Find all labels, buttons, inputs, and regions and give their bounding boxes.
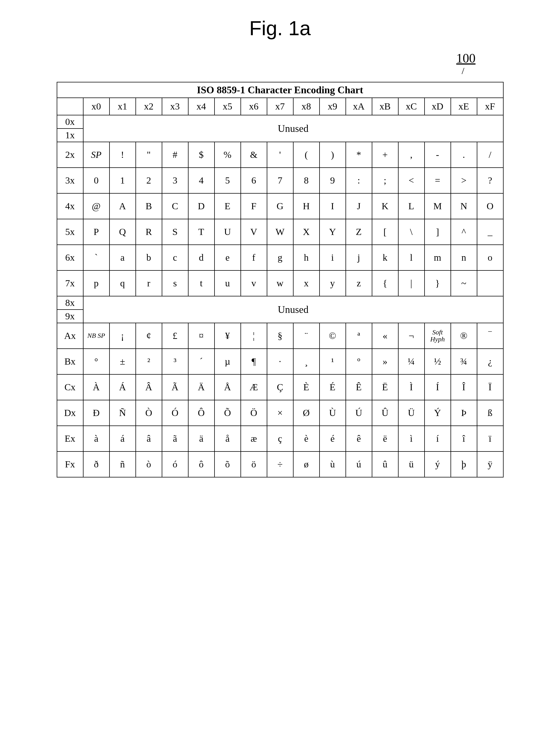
row-0x: 0x Unused [57,115,503,129]
cell: * [346,142,372,168]
cell: è [293,426,320,451]
cell: L [398,193,425,219]
row-header: 3x [57,168,83,193]
cell: 3 [162,168,188,193]
cell: ä [188,426,215,451]
cell: Ù [320,400,346,426]
row-Dx: Dx Ð Ñ Ò Ó Ô Õ Ö × Ø Ù Ú Û Ü Ý Þ ß [57,400,503,426]
cell: ( [293,142,320,168]
cell: ? [477,168,503,193]
col-header: x5 [215,98,241,115]
cell: - [425,142,451,168]
cell: 7 [267,168,293,193]
cell: } [425,270,451,296]
cell: SP [83,142,109,168]
row-Cx: Cx À Á Â Ã Ä Å Æ Ç È É Ê Ë Ì Í Î Ï [57,374,503,400]
col-header: x4 [188,98,215,115]
cell: F [241,193,267,219]
cell: ' [267,142,293,168]
cell: à [83,426,109,451]
cell: : [346,168,372,193]
cell: ¼ [398,349,425,374]
cell: c [162,245,188,270]
cell: ð [83,451,109,477]
column-header-row: x0 x1 x2 x3 x4 x5 x6 x7 x8 x9 xA xB xC x… [57,98,503,115]
cell: Ë [372,374,398,400]
cell: O [477,193,503,219]
row-Ex: Ex à á â ã ä å æ ç è é ê ë ì í î ï [57,426,503,451]
cell: ë [372,426,398,451]
cell: Û [372,400,398,426]
cell: w [267,270,293,296]
cell: ö [241,451,267,477]
cell: Á [109,374,136,400]
cell: Ô [188,400,215,426]
cell: 4 [188,168,215,193]
row-6x: 6x ` a b c d e f g h i j k l m n o [57,245,503,270]
cell: U [215,219,241,245]
row-2x: 2x SP ! " # $ % & ' ( ) * + , - . / [57,142,503,168]
cell: ` [83,245,109,270]
row-header: Cx [57,374,83,400]
cell: ó [162,451,188,477]
cell: É [320,374,346,400]
cell: » [372,349,398,374]
row-5x: 5x P Q R S T U V W X Y Z [ \ ] ^ _ [57,219,503,245]
cell: í [425,426,451,451]
cell: S [162,219,188,245]
cell: â [136,426,162,451]
cell: Õ [215,400,241,426]
cell: Ò [136,400,162,426]
cell: . [451,142,477,168]
cell: q [109,270,136,296]
cell: þ [451,451,477,477]
cell: ¤ [188,323,215,349]
reference-slash: / [29,66,464,76]
reference-marker: 100 / [29,51,548,76]
cell: > [451,168,477,193]
cell: Æ [241,374,267,400]
cell: º [346,349,372,374]
cell: 2 [136,168,162,193]
cell: ª [346,323,372,349]
col-header: xB [372,98,398,115]
cell: Z [346,219,372,245]
cell: M [425,193,451,219]
encoding-chart: ISO 8859-1 Character Encoding Chart x0 x… [57,82,504,477]
cell: g [267,245,293,270]
row-header: Ex [57,426,83,451]
cell: Ó [162,400,188,426]
cell: # [162,142,188,168]
cell: Ñ [109,400,136,426]
cell: + [372,142,398,168]
cell: j [346,245,372,270]
row-header: 6x [57,245,83,270]
cell: ø [293,451,320,477]
cell: NB SP [83,323,109,349]
cell: i [320,245,346,270]
cell: C [162,193,188,219]
cell: ñ [109,451,136,477]
row-header: Ax [57,323,83,349]
cell: N [451,193,477,219]
cell: Ú [346,400,372,426]
cell: ~ [451,270,477,296]
cell: ‾ [477,323,503,349]
cell: ¹ [320,349,346,374]
cell: æ [241,426,267,451]
col-header: x9 [320,98,346,115]
cell: õ [215,451,241,477]
col-header: xF [477,98,503,115]
row-4x: 4x @ A B C D E F G H I J K L M N O [57,193,503,219]
cell: ã [162,426,188,451]
cell: G [267,193,293,219]
cell: A [109,193,136,219]
cell: T [188,219,215,245]
cell: ³ [162,349,188,374]
cell: Ø [293,400,320,426]
cell: \ [398,219,425,245]
cell: Ý [425,400,451,426]
cell: 8 [293,168,320,193]
cell: < [398,168,425,193]
cell: 1 [109,168,136,193]
